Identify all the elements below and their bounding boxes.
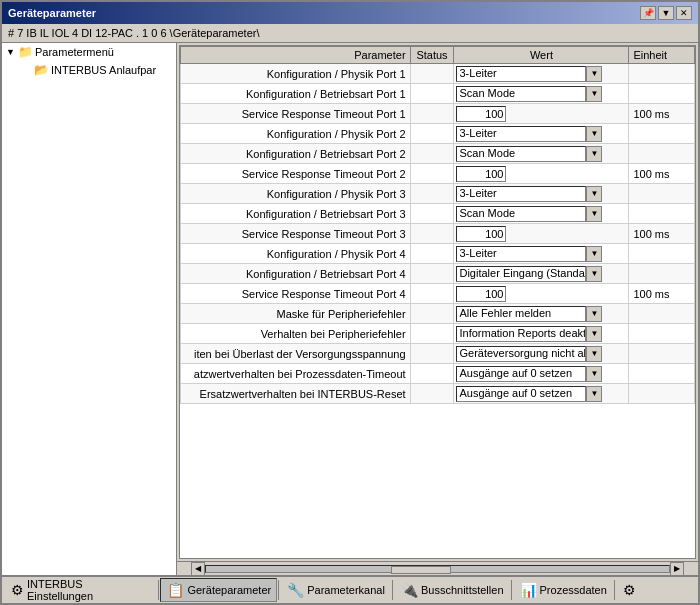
dropdown-value: 3-Leiter xyxy=(456,126,586,142)
dropdown-container[interactable]: Ausgänge auf 0 setzen▼ xyxy=(456,386,626,402)
table-row: Ersatzwertverhalten bei INTERBUS-ResetAu… xyxy=(181,384,695,404)
wert-cell[interactable]: Scan Mode▼ xyxy=(454,204,629,224)
params-table-container[interactable]: Parameter Status Wert Einheit Konfigurat… xyxy=(179,45,696,559)
folder-icon: 📁 xyxy=(18,45,33,59)
number-input[interactable] xyxy=(456,166,506,182)
number-input[interactable] xyxy=(456,226,506,242)
dropdown-container[interactable]: Information Reports deakt▼ xyxy=(456,326,626,342)
dropdown-button[interactable]: ▼ xyxy=(586,366,602,382)
prozess-label: Prozessdaten xyxy=(540,584,607,596)
col-header-wert: Wert xyxy=(454,47,629,64)
dropdown-value: Scan Mode xyxy=(456,206,586,222)
number-container xyxy=(456,286,626,302)
toolbar-parameterkanal[interactable]: 🔧 Parameterkanal xyxy=(280,578,391,602)
dropdown-container[interactable]: Alle Fehler melden▼ xyxy=(456,306,626,322)
dropdown-value: Scan Mode xyxy=(456,146,586,162)
params-panel: Parameter Status Wert Einheit Konfigurat… xyxy=(177,43,698,575)
wert-cell[interactable] xyxy=(454,104,629,124)
param-cell: Service Response Timeout Port 1 xyxy=(181,104,411,124)
dropdown-container[interactable]: 3-Leiter▼ xyxy=(456,246,626,262)
scroll-thumb[interactable] xyxy=(391,566,451,574)
dropdown-container[interactable]: 3-Leiter▼ xyxy=(456,186,626,202)
dropdown-container[interactable]: 3-Leiter▼ xyxy=(456,66,626,82)
table-row: Konfiguration / Physik Port 13-Leiter▼ xyxy=(181,64,695,84)
status-cell xyxy=(410,204,454,224)
dropdown-button[interactable]: ▼ xyxy=(586,126,602,142)
divider-2 xyxy=(278,580,279,600)
wert-cell[interactable] xyxy=(454,224,629,244)
title-bar-buttons: 📌 ▼ ✕ xyxy=(640,6,692,20)
col-header-einheit: Einheit xyxy=(629,47,695,64)
number-input[interactable] xyxy=(456,286,506,302)
prozess-icon: 📊 xyxy=(520,582,537,598)
wert-cell[interactable]: Ausgänge auf 0 setzen▼ xyxy=(454,384,629,404)
dropdown-container[interactable]: Geräteversorgung nicht al▼ xyxy=(456,346,626,362)
wert-cell[interactable]: Ausgänge auf 0 setzen▼ xyxy=(454,364,629,384)
toolbar-geraeteparameter[interactable]: 📋 Geräteparameter xyxy=(160,578,277,602)
wert-cell[interactable]: 3-Leiter▼ xyxy=(454,184,629,204)
einheit-cell xyxy=(629,384,695,404)
tree-root[interactable]: ▼ 📁 Parametermenü xyxy=(2,43,176,61)
wert-cell[interactable]: 3-Leiter▼ xyxy=(454,244,629,264)
toolbar-busschnittstellen[interactable]: 🔌 Busschnittstellen xyxy=(394,578,510,602)
dropdown-container[interactable]: Ausgänge auf 0 setzen▼ xyxy=(456,366,626,382)
toolbar-prozessdaten[interactable]: 📊 Prozessdaten xyxy=(513,578,613,602)
dropdown-container[interactable]: Scan Mode▼ xyxy=(456,146,626,162)
dropdown-container[interactable]: Scan Mode▼ xyxy=(456,206,626,222)
tree-expand-icon: ▼ xyxy=(6,47,16,57)
wert-cell[interactable] xyxy=(454,284,629,304)
more-icon: ⚙ xyxy=(623,582,636,598)
wert-cell[interactable]: 3-Leiter▼ xyxy=(454,64,629,84)
tree-child[interactable]: 📂 INTERBUS Anlaufpar xyxy=(2,61,176,79)
close-button[interactable]: ✕ xyxy=(676,6,692,20)
table-row: Konfiguration / Physik Port 23-Leiter▼ xyxy=(181,124,695,144)
status-cell xyxy=(410,104,454,124)
wert-cell[interactable]: Information Reports deakt▼ xyxy=(454,324,629,344)
dropdown-button[interactable]: ▼ xyxy=(586,186,602,202)
dropdown-button[interactable]: ▼ xyxy=(586,386,602,402)
wert-cell[interactable]: Scan Mode▼ xyxy=(454,84,629,104)
einheit-cell: 100 ms xyxy=(629,224,695,244)
wert-cell[interactable]: 3-Leiter▼ xyxy=(454,124,629,144)
param-cell: Verhalten bei Peripheriefehler xyxy=(181,324,411,344)
dropdown-value: Ausgänge auf 0 setzen xyxy=(456,366,586,382)
wert-cell[interactable]: Scan Mode▼ xyxy=(454,144,629,164)
table-row: Service Response Timeout Port 1100 ms xyxy=(181,104,695,124)
dropdown-button[interactable]: ▼ xyxy=(586,66,602,82)
dropdown-button[interactable]: ▼ xyxy=(586,206,602,222)
dropdown-container[interactable]: Digitaler Eingang (Standar▼ xyxy=(456,266,626,282)
status-cell xyxy=(410,64,454,84)
dropdown-container[interactable]: 3-Leiter▼ xyxy=(456,126,626,142)
wert-cell[interactable]: Alle Fehler melden▼ xyxy=(454,304,629,324)
divider-4 xyxy=(511,580,512,600)
dropdown-button[interactable]: ▼ xyxy=(586,246,602,262)
dropdown-button[interactable]: ▼ xyxy=(586,326,602,342)
scroll-left-btn[interactable]: ◀ xyxy=(191,562,205,576)
status-cell xyxy=(410,304,454,324)
einheit-cell xyxy=(629,344,695,364)
scroll-right-btn[interactable]: ▶ xyxy=(670,562,684,576)
dropdown-value: 3-Leiter xyxy=(456,246,586,262)
dropdown-button[interactable]: ▼ xyxy=(586,306,602,322)
horizontal-scrollbar[interactable]: ◀ ▶ xyxy=(177,561,698,575)
wert-cell[interactable]: Digitaler Eingang (Standar▼ xyxy=(454,264,629,284)
toolbar-more[interactable]: ⚙ xyxy=(616,578,696,602)
dropdown-button[interactable]: ▼ xyxy=(586,346,602,362)
dropdown-button[interactable]: ▼ xyxy=(586,266,602,282)
dropdown-button[interactable]: ▼ xyxy=(586,86,602,102)
params-table: Parameter Status Wert Einheit Konfigurat… xyxy=(180,46,695,404)
status-cell xyxy=(410,364,454,384)
dropdown-button[interactable]: ▼ xyxy=(586,146,602,162)
wert-cell[interactable] xyxy=(454,164,629,184)
einheit-cell xyxy=(629,144,695,164)
status-cell xyxy=(410,384,454,404)
dropdown-value: 3-Leiter xyxy=(456,186,586,202)
scroll-track[interactable] xyxy=(205,565,670,573)
number-container xyxy=(456,226,626,242)
number-input[interactable] xyxy=(456,106,506,122)
minimize-button[interactable]: ▼ xyxy=(658,6,674,20)
pin-button[interactable]: 📌 xyxy=(640,6,656,20)
toolbar-interbus-einstellungen[interactable]: ⚙ INTERBUS Einstellungen xyxy=(4,578,157,602)
dropdown-container[interactable]: Scan Mode▼ xyxy=(456,86,626,102)
wert-cell[interactable]: Geräteversorgung nicht al▼ xyxy=(454,344,629,364)
